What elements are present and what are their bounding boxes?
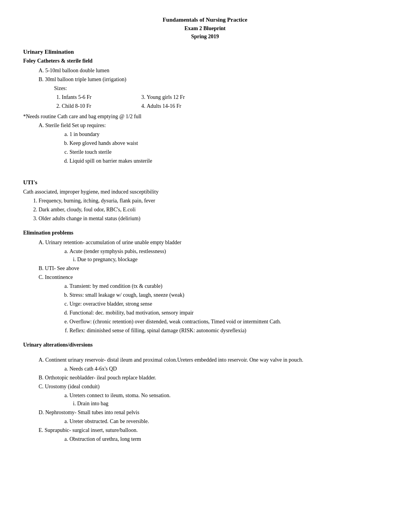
- ua-item-d-sub: Ureter obstructed. Can be reversible.: [69, 417, 387, 425]
- header-line3: Spring 2019: [23, 32, 387, 41]
- elim-item-a-a-sub: Due to pregnancy, blockage: [77, 255, 387, 263]
- elimination-problems-subsection: Elimination problems A. Urinary retentio…: [23, 229, 387, 335]
- incont-d: Functional: dec. mobility, bad motivatio…: [69, 309, 387, 317]
- sterile-setup: A. Sterile field Set up requires: 1 in b…: [39, 121, 387, 165]
- elim-item-c-sub: Transient: by med condition (tx & curabl…: [69, 282, 387, 335]
- sizes-col2: Young girls 12 Fr Adults 14-16 Fr: [139, 93, 224, 111]
- ua-d-a: Ureter obstructed. Can be reversible.: [69, 417, 387, 425]
- incont-a: Transient: by med condition (tx & curabl…: [69, 282, 387, 290]
- elimination-problems-title: Elimination problems: [23, 229, 387, 237]
- utis-title: UTI's: [23, 178, 387, 187]
- sterile-item-a: 1 in boundary: [69, 130, 387, 138]
- urinary-alterations-subsection: Urinary alterations/diversions A. Contin…: [23, 341, 387, 443]
- foley-subsection: Foley Catheters & sterile field A. 5-10m…: [23, 57, 387, 165]
- ua-item-e-sub: Obstruction of urethra, long term: [69, 435, 387, 443]
- ua-item-e: E. Suprapubic- surgical insert, suture/b…: [39, 426, 387, 434]
- cath-note: *Needs routine Cath care and bag emptyin…: [23, 112, 387, 121]
- elim-item-a: A. Urinary retention- accumulation of ur…: [39, 238, 387, 246]
- incont-f: Reflex: diminished sense of filling, spi…: [69, 326, 387, 335]
- uti-item-1: Frequency, burning, itching, dysuria, fl…: [39, 197, 387, 205]
- uti-item-3: Older adults change in mental status (de…: [39, 214, 387, 223]
- urinary-elimination-section: Urinary Elimination Foley Catheters & st…: [23, 48, 387, 443]
- header-line2: Exam 2 Blueprint: [23, 24, 387, 32]
- document-header: Fundamentals of Nursing Practice Exam 2 …: [23, 15, 387, 41]
- ua-c-a-sub: Drain into bag: [77, 399, 387, 408]
- sterile-setup-label: A. Sterile field Set up requires:: [39, 121, 387, 129]
- elim-problems-list: A. Urinary retention- accumulation of ur…: [39, 238, 387, 335]
- sterile-item-d: Liquid spill on barrier makes unsterile: [69, 157, 387, 165]
- ua-item-b: B. Orthotopic neobladder- ileal pouch re…: [39, 374, 387, 382]
- incont-e: Overflow: (chronic retention) over diste…: [69, 318, 387, 326]
- size-item-4: Adults 14-16 Fr: [147, 102, 224, 110]
- elim-item-b: B. UTI- See above: [39, 264, 387, 272]
- urinary-elimination-title: Urinary Elimination: [23, 48, 387, 56]
- sterile-item-b: Keep gloved hands above waist: [69, 139, 387, 147]
- size-item-2: Child 8-10 Fr: [62, 102, 139, 110]
- elim-item-c: C. Incontinence: [39, 273, 387, 281]
- uti-item-2: Dark amber, cloudy, foul odor, RBC's, E.…: [39, 206, 387, 214]
- sterile-item-c: Sterile touch sterile: [69, 148, 387, 156]
- elim-item-a-a: Acute (tender symphysis pubis, restlessn…: [69, 247, 387, 263]
- foley-item-a1: A. 5-10ml balloon double lumen: [39, 66, 387, 75]
- foley-title: Foley Catheters & sterile field: [23, 57, 387, 65]
- ua-item-d: D. Nephrostomy- Small tubes into renal p…: [39, 408, 387, 416]
- elim-item-a-sub: Acute (tender symphysis pubis, restlessn…: [69, 247, 387, 263]
- header-line1: Fundamentals of Nursing Practice: [23, 15, 387, 24]
- ua-item-a-sub: Needs cath 4-6x's QD: [69, 365, 387, 373]
- sizes-col1: Infants 5-6 Fr Child 8-10 Fr: [54, 93, 139, 111]
- ua-e-a: Obstruction of urethra, long term: [69, 435, 387, 443]
- ua-item-c-sub: Ureters connect to ileum, stoma. No sens…: [69, 391, 387, 408]
- ua-c-a: Ureters connect to ileum, stoma. No sens…: [69, 391, 387, 408]
- sizes-label: Sizes:: [54, 84, 387, 92]
- sterile-items: 1 in boundary Keep gloved hands above wa…: [69, 130, 387, 165]
- ua-item-a: A. Continent urinary reservoir- distal i…: [39, 356, 387, 364]
- utis-intro: Cath associated, improper hygiene, med i…: [23, 188, 387, 196]
- elim-item-a-a-i: Due to pregnancy, blockage: [77, 255, 387, 263]
- foley-item-a2: B. 30ml balloon triple lumen (irrigation…: [39, 75, 387, 83]
- utis-list: Frequency, burning, itching, dysuria, fl…: [39, 197, 387, 223]
- incont-c: Urge: overactive bladder, strong sense: [69, 300, 387, 308]
- utis-subsection: UTI's Cath associated, improper hygiene,…: [23, 178, 387, 223]
- size-item-1: Infants 5-6 Fr: [62, 93, 139, 101]
- foley-item-a: A. 5-10ml balloon double lumen B. 30ml b…: [39, 66, 387, 92]
- size-item-3: Young girls 12 Fr: [147, 93, 224, 101]
- ua-c-a-i: Drain into bag: [77, 399, 387, 408]
- urinary-alterations-list: A. Continent urinary reservoir- distal i…: [39, 356, 387, 443]
- sizes-row: Infants 5-6 Fr Child 8-10 Fr Young girls…: [54, 93, 387, 111]
- urinary-alterations-title: Urinary alterations/diversions: [23, 341, 387, 349]
- ua-a-a: Needs cath 4-6x's QD: [69, 365, 387, 373]
- incont-b: Stress: small leakage w/ cough, laugh, s…: [69, 291, 387, 299]
- ua-item-c: C. Urostomy (ideal conduit): [39, 382, 387, 391]
